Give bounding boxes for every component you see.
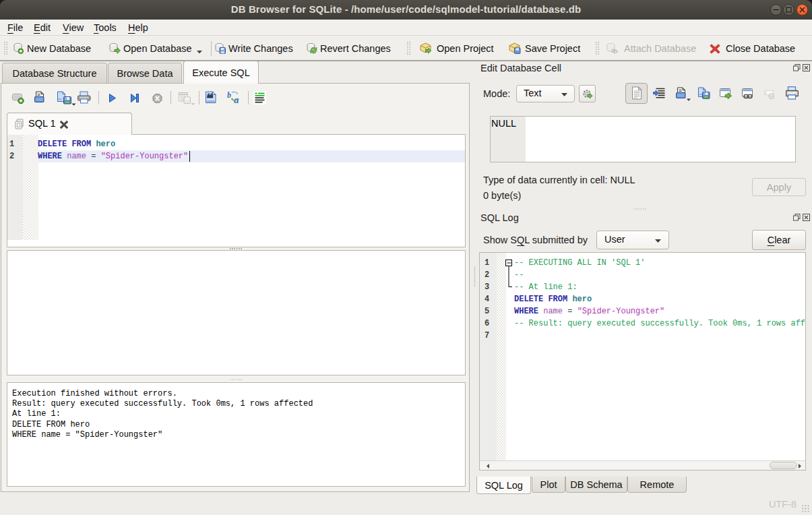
svg-text:b: b — [227, 90, 231, 100]
